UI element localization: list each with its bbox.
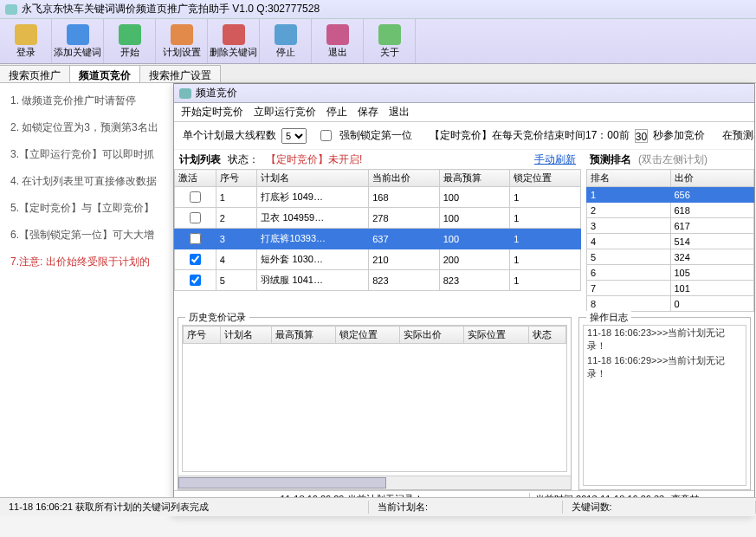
threads-label: 单个计划最大线程数 [183,128,276,143]
manual-refresh-link[interactable]: 手动刷新 [534,152,576,167]
tail-label: 在预测出价基础 [722,128,754,143]
rank-hint: (双击左侧计划) [638,152,708,167]
add-keyword-icon [67,24,89,45]
plan-row[interactable]: 2卫衣 104959…2781001 [175,208,581,229]
history-title: 历史竞价记录 [185,311,249,324]
toolbar-about[interactable]: 关于 [364,19,416,63]
toolbar-add-keyword[interactable]: 添加关键词 [52,19,104,63]
plan-col[interactable]: 锁定位置 [510,170,581,187]
start-icon [119,24,141,45]
plan-col[interactable]: 激活 [175,170,216,187]
plan-activate-checkbox[interactable] [190,191,201,203]
dialog-title: 频道竞价 [196,86,237,100]
toolbar-stop[interactable]: 停止 [260,19,312,63]
log-panel[interactable]: 11-18 16:06:23>>>当前计划无记录！11-18 16:06:29>… [583,325,746,486]
toolbar-login[interactable]: 登录 [0,19,52,63]
rank-box: 预测排名 (双击左侧计划) 排名出价 165626183617451453246… [586,150,754,312]
rank-header: 预测排名 (双击左侧计划) [586,150,754,169]
plan-row[interactable]: 1打底衫 1049…1681001 [175,187,581,208]
main-tab-1[interactable]: 频道页竞价 [69,65,140,82]
plan-settings-icon [171,24,193,45]
plan-row[interactable]: 4短外套 1030…2102001 [175,249,581,270]
dialog-menu: 开始定时竞价立即运行竞价停止保存退出 [174,103,754,122]
main-tabs: 搜索页推广频道页竞价搜索推广设置 [0,64,756,83]
history-col[interactable]: 锁定位置 [336,327,400,344]
toolbar-label: 删除关键词 [210,46,257,59]
toolbar-label: 计划设置 [163,46,201,59]
toolbar-label: 停止 [276,46,295,59]
plan-table[interactable]: 激活序号计划名当前出价最高预算锁定位置 1打底衫 1049…16810012卫衣… [174,169,581,291]
rank-col[interactable]: 出价 [670,170,754,187]
main-tab-2[interactable]: 搜索推广设置 [139,65,221,82]
rank-col[interactable]: 排名 [587,170,671,187]
menu-item-1[interactable]: 立即运行竞价 [254,105,316,120]
app-status-right: 关键词数: [563,501,757,514]
history-col[interactable]: 实际位置 [464,327,528,344]
rank-row[interactable]: 7101 [587,281,754,296]
toolbar-exit[interactable]: 退出 [312,19,364,63]
rank-row[interactable]: 2618 [587,203,754,218]
plan-col[interactable]: 当前出价 [369,170,440,187]
plan-status-label: 状态： [228,152,259,167]
history-col[interactable]: 计划名 [221,327,272,344]
toolbar-label: 关于 [380,46,399,59]
menu-item-4[interactable]: 退出 [389,105,410,120]
plan-activate-checkbox[interactable] [190,275,201,286]
toolbar-label: 添加关键词 [54,46,101,59]
plan-row[interactable]: 5羽绒服 1041…8238231 [175,270,581,291]
toolbar-start[interactable]: 开始 [104,19,156,63]
menu-item-3[interactable]: 保存 [358,105,378,120]
seconds-input[interactable]: 30 [635,129,648,143]
history-col[interactable]: 序号 [184,327,221,344]
plan-activate-checkbox[interactable] [190,254,201,265]
main-tab-0[interactable]: 搜索页推广 [0,65,70,82]
app-status-bar: 11-18 16:06:21 获取所有计划的关键词列表完成 当前计划名: 关键词… [0,497,756,516]
seconds-after-label: 秒参加竞价 [653,128,705,143]
log-line: 11-18 16:06:29>>>当前计划无记录！ [584,353,746,381]
note-5: 5.【定时竞价】与【立即竞价】 [10,201,166,216]
threads-select[interactable]: 5 [281,128,307,144]
plan-col[interactable]: 最高预算 [439,170,510,187]
exit-icon [326,24,349,45]
note-1: 1. 做频道竞价推广时请暂停 [10,94,166,108]
channel-bid-dialog: 频道竞价 开始定时竞价立即运行竞价停止保存退出 单个计划最大线程数 5 强制锁定… [173,83,755,516]
rank-title: 预测排名 [590,152,631,167]
history-group: 历史竞价记录 序号计划名最高预算锁定位置实际出价实际位置状态 [178,317,572,490]
toolbar-delete-keyword[interactable]: 删除关键词 [208,19,260,63]
menu-item-2[interactable]: 停止 [326,105,347,120]
plan-col[interactable]: 计划名 [257,170,369,187]
login-icon [15,24,37,45]
body: 1. 做频道竞价推广时请暂停2. 如锁定位置为3，预测第3名出3.【立即运行竞价… [0,83,756,516]
history-col[interactable]: 状态 [528,327,565,344]
rank-row[interactable]: 3617 [587,218,754,234]
toolbar-plan-settings[interactable]: 计划设置 [156,19,208,63]
delete-keyword-icon [223,24,245,45]
plan-activate-checkbox[interactable] [190,233,201,244]
plan-activate-checkbox[interactable] [190,212,201,223]
app-status-mid: 当前计划名: [369,501,563,514]
note-7: 7.注意: 出价始终受限于计划的 [10,255,166,269]
history-scrollbar[interactable] [178,476,571,489]
rank-row[interactable]: 1656 [587,187,754,203]
history-col[interactable]: 最高预算 [272,327,336,344]
menu-item-0[interactable]: 开始定时竞价 [181,105,243,120]
param-row: 单个计划最大线程数 5 强制锁定第一位 【定时竞价】在每天竞价结束时间17：00… [174,122,754,150]
rank-row[interactable]: 80 [587,296,754,312]
app-title: 永飞京东快车关键词调价频道页推广竞拍助手 V1.0 Q:302777528 [22,2,320,16]
force-first-label: 强制锁定第一位 [339,128,412,143]
rank-row[interactable]: 6105 [587,265,754,281]
note-4: 4. 在计划列表里可直接修改数据 [10,174,166,189]
plan-row[interactable]: 3打底裤10393…6371001 [175,229,581,249]
mid-area: 计划列表 状态： 【定时竞价】未开启! 手动刷新 激活序号计划名当前出价最高预算… [174,150,754,312]
rank-row[interactable]: 5324 [587,249,754,265]
history-col[interactable]: 实际出价 [400,327,464,344]
rank-table[interactable]: 排名出价 165626183617451453246105710180 [586,169,754,312]
app-icon [5,4,17,15]
note-2: 2. 如锁定位置为3，预测第3名出 [10,120,166,135]
toolbar-label: 登录 [16,46,36,59]
plan-col[interactable]: 序号 [216,170,257,187]
rank-row[interactable]: 4514 [587,234,754,249]
history-panel[interactable]: 序号计划名最高预算锁定位置实际出价实际位置状态 [182,325,567,472]
about-icon [378,24,401,45]
force-first-checkbox[interactable] [320,130,332,141]
